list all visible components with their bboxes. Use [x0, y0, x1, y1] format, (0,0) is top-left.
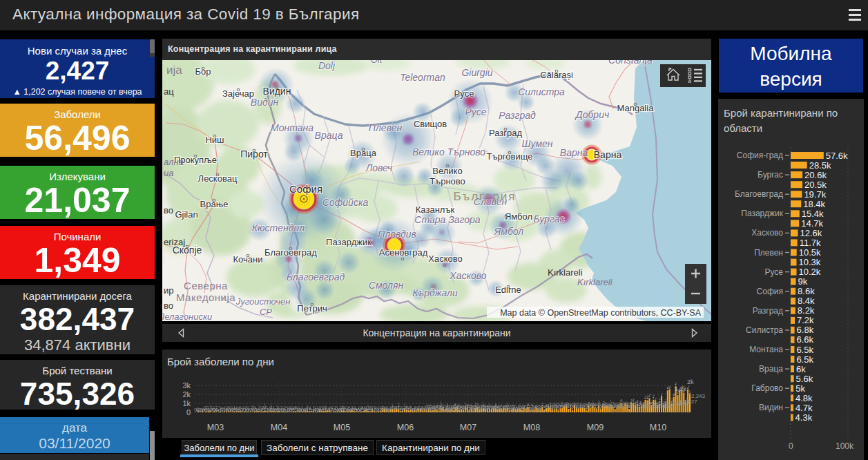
svg-text:Giurgiu: Giurgiu [461, 67, 492, 78]
svg-text:Ниш: Ниш [205, 135, 224, 145]
svg-text:Dolj: Dolj [318, 60, 336, 71]
svg-text:Русе: Русе [764, 267, 783, 277]
svg-text:15.4k: 15.4k [802, 209, 824, 219]
svg-text:Русе: Русе [465, 106, 486, 117]
svg-text:Kırklareli: Kırklareli [548, 267, 583, 278]
svg-text:Враца: Враца [759, 364, 783, 374]
svg-text:Хасково: Хасково [428, 253, 462, 264]
svg-text:Софийска: Софийска [322, 197, 369, 208]
svg-text:Варна: Варна [594, 149, 622, 160]
svg-text:Бор: Бор [195, 66, 211, 77]
svg-text:Mangalia: Mangalia [617, 103, 655, 113]
svg-text:Călărași: Călărași [540, 70, 573, 80]
svg-text:M10: M10 [650, 423, 666, 432]
svg-text:Казанлък: Казанлък [416, 204, 455, 215]
svg-text:4.3k: 4.3k [795, 412, 813, 423]
svg-text:Лесковац: Лесковац [198, 173, 238, 184]
svg-text:Силистра: Силистра [746, 325, 783, 335]
svg-text:Пловдив: Пловдив [378, 229, 416, 240]
svg-text:Кочани: Кочани [233, 254, 263, 265]
svg-text:Olt: Olt [371, 60, 383, 65]
svg-text:Монтана: Монтана [271, 122, 314, 133]
svg-text:Велико Търново: Велико Търново [412, 146, 485, 157]
svg-text:7.2k: 7.2k [797, 315, 814, 325]
svg-text:5.6k: 5.6k [796, 374, 813, 384]
svg-text:Видин: Видин [263, 86, 291, 97]
svg-text:M07: M07 [460, 423, 476, 432]
svg-text:6k: 6k [796, 364, 806, 374]
svg-text:10.5k: 10.5k [799, 247, 821, 258]
svg-text:18.4k: 18.4k [803, 199, 825, 209]
svg-text:Асеновград: Асеновград [379, 247, 428, 258]
svg-text:Хасково: Хасково [449, 270, 487, 281]
svg-text:Edirne: Edirne [495, 285, 521, 295]
svg-text:1k: 1k [182, 399, 191, 408]
svg-text:28.5k: 28.5k [809, 160, 831, 171]
svg-text:во: во [164, 205, 173, 215]
svg-text:Северна: Северна [184, 280, 228, 291]
svg-text:Кюстендил: Кюстендил [252, 222, 305, 233]
svg-text:1,2k: 1,2k [675, 385, 687, 392]
svg-text:6.5k: 6.5k [796, 354, 813, 365]
svg-text:9k: 9k [798, 276, 808, 287]
svg-text:Map data © OpenStreetMap contr: Map data © OpenStreetMap contributors, C… [500, 308, 701, 318]
svg-text:M06: M06 [397, 423, 414, 432]
svg-text:во: во [164, 300, 173, 311]
svg-text:алнa: алнa [164, 157, 184, 167]
svg-text:10.3k: 10.3k [799, 257, 821, 267]
svg-text:ија: ија [166, 64, 182, 77]
svg-text:Пелагониски: Пелагониски [162, 312, 212, 321]
svg-text:Пазарджик: Пазарджик [741, 209, 783, 218]
svg-text:Варна: Варна [560, 147, 588, 158]
svg-text:Шумен: Шумен [522, 138, 553, 149]
svg-text:Свищов: Свищов [414, 119, 447, 129]
svg-text:ир: ир [164, 285, 174, 296]
svg-text:Разград: Разград [489, 128, 522, 138]
svg-text:M03: M03 [207, 423, 224, 432]
svg-text:Ловеч: Ловеч [365, 162, 393, 173]
svg-text:Враца: Враца [315, 130, 343, 141]
svg-text:Teleorman: Teleorman [400, 72, 445, 83]
svg-text:Плевен: Плевен [369, 122, 403, 133]
svg-text:Търговище: Търговище [487, 151, 533, 162]
svg-text:ац: ац [164, 86, 174, 97]
svg-text:Силистра: Силистра [518, 86, 565, 97]
svg-text:100k: 100k [836, 441, 854, 451]
svg-text:0: 0 [186, 408, 191, 416]
svg-text:СР: СР [260, 307, 272, 317]
svg-text:Видин: Видин [759, 403, 783, 412]
svg-text:Зајечар: Зајечар [222, 88, 254, 99]
svg-text:Кърджали: Кърджали [412, 287, 458, 298]
svg-text:България: България [453, 190, 516, 203]
svg-text:6.6k: 6.6k [797, 334, 814, 345]
svg-text:3k: 3k [182, 381, 191, 390]
svg-text:Македонија: Македонија [176, 291, 235, 303]
svg-text:57.6k: 57.6k [826, 151, 848, 161]
svg-text:2k: 2k [687, 378, 694, 385]
svg-text:8.4k: 8.4k [798, 296, 815, 306]
svg-text:20.6k: 20.6k [804, 170, 827, 180]
svg-text:erizaj: erizaj [164, 237, 185, 247]
svg-text:Благоевград: Благоевград [287, 271, 345, 282]
svg-text:Југоисточен: Југоисточен [235, 296, 291, 307]
svg-text:Constanța: Constanța [608, 60, 653, 66]
svg-text:4.7k: 4.7k [795, 403, 813, 413]
svg-text:Стара Загора: Стара Загора [414, 214, 481, 225]
svg-text:Разград: Разград [499, 110, 536, 121]
svg-text:Враца: Враца [350, 148, 377, 158]
svg-text:Петрич: Петрич [297, 303, 327, 314]
svg-text:Добрич: Добрич [575, 109, 609, 120]
svg-text:иа: иа [164, 168, 173, 178]
svg-text:Русе: Русе [454, 88, 474, 99]
svg-text:11.7k: 11.7k [800, 238, 821, 248]
svg-text:8.6k: 8.6k [798, 286, 815, 296]
svg-text:6.5k: 6.5k [796, 345, 813, 355]
svg-text:20.5k: 20.5k [804, 180, 827, 190]
svg-text:Видин: Видин [251, 97, 279, 108]
svg-text:Ямбол: Ямбол [494, 226, 523, 237]
svg-text:4.8k: 4.8k [795, 393, 813, 403]
svg-text:Gjilan: Gjilan [175, 209, 197, 220]
svg-text:0: 0 [789, 441, 793, 451]
svg-text:8.2k: 8.2k [798, 305, 815, 316]
svg-text:Габрово: Габрово [751, 383, 783, 393]
